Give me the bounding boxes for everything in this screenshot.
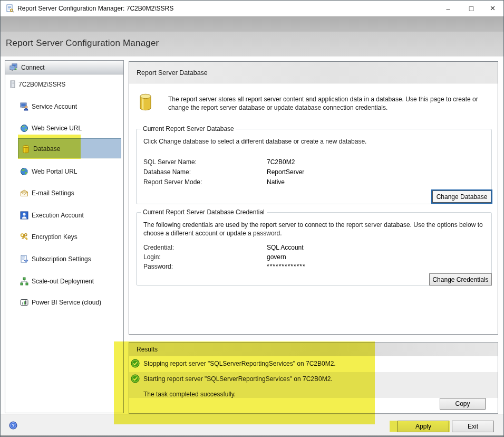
sidebar-header-connect: Connect [5, 60, 124, 74]
sidebar-server-node[interactable]: 7C2B0M2\SSRS [9, 80, 65, 89]
result-text: Starting report server "SQLServerReporti… [143, 375, 333, 383]
header-band [1, 16, 503, 32]
sidebar-item-label: Web Service URL [32, 125, 82, 132]
result-item-stopping: Stopping report server "SQLServerReporti… [131, 359, 336, 368]
results-title: Results [137, 346, 158, 353]
sidebar-item-label: Database [33, 145, 60, 153]
server-icon [9, 80, 16, 89]
sidebar-item-execution-account[interactable]: Execution Account [20, 211, 84, 220]
connect-icon [9, 63, 18, 72]
field-value-report-server-mode: Native [267, 178, 285, 186]
report-server-config-manager-window: Report Server Configuration Manager: 7C2… [0, 0, 504, 437]
apply-button[interactable]: Apply [398, 421, 449, 432]
sidebar-item-database[interactable]: Database [22, 144, 60, 154]
page-title: Report Server Configuration Manager [6, 38, 159, 49]
window-title: Report Server Configuration Manager: 7C2… [17, 1, 173, 16]
sidebar-header-label: Connect [21, 64, 45, 71]
title-bar: Report Server Configuration Manager: 7C2… [1, 1, 503, 16]
exit-button[interactable]: Exit [452, 421, 494, 432]
success-check-icon [131, 374, 140, 383]
change-credentials-button[interactable]: Change Credentials [429, 273, 492, 286]
execution-account-icon [20, 211, 28, 220]
field-label: Login: [143, 253, 161, 261]
sidebar-item-label: Encryption Keys [32, 233, 77, 241]
field-value-credential: SQL Account [267, 244, 304, 251]
svg-text:?: ? [12, 423, 15, 428]
sidebar-item-service-account[interactable]: Service Account [20, 102, 77, 111]
field-label: Password: [143, 263, 173, 270]
email-settings-icon [20, 189, 28, 197]
change-database-button[interactable]: Change Database [432, 191, 491, 203]
current-database-group-title: Current Report Server Database [141, 125, 236, 132]
sidebar-item-email-settings[interactable]: E-mail Settings [20, 188, 74, 198]
web-portal-url-icon [20, 167, 28, 176]
field-label: Report Server Mode: [143, 178, 202, 186]
scale-out-deployment-icon [20, 277, 28, 286]
web-service-url-icon [20, 124, 28, 132]
field-value-sql-server-name: 7C2B0M2 [267, 158, 295, 166]
sidebar-item-label: Scale-out Deployment [32, 278, 94, 285]
sidebar-item-label: Web Portal URL [32, 168, 77, 175]
maximize-button[interactable]: □ [460, 1, 483, 16]
result-item-starting: Starting report server "SQLServerReporti… [131, 374, 333, 383]
minimize-button[interactable]: – [437, 1, 460, 16]
subscription-settings-icon [20, 255, 28, 263]
section-title: Report Server Database [137, 69, 208, 77]
encryption-keys-icon [20, 233, 28, 241]
sidebar-item-power-bi-service[interactable]: Power BI Service (cloud) [20, 298, 101, 307]
service-account-icon [20, 102, 28, 111]
sidebar-item-label: Service Account [32, 103, 77, 110]
field-value-database-name: ReportServer [267, 168, 304, 176]
sidebar-item-label: Subscription Settings [32, 255, 91, 263]
sidebar-item-label: Execution Account [32, 212, 84, 219]
result-text: Stopping report server "SQLServerReporti… [143, 360, 336, 367]
power-bi-icon [20, 298, 28, 307]
success-check-icon [131, 359, 140, 368]
field-label: Database Name: [143, 168, 191, 176]
sidebar-server-label: 7C2B0M2\SSRS [18, 81, 65, 88]
window-bottom-edge [1, 435, 503, 437]
help-icon[interactable]: ? [9, 421, 17, 430]
field-value-login: govern [267, 253, 286, 261]
sidebar-item-scale-out-deployment[interactable]: Scale-out Deployment [20, 277, 94, 286]
field-value-password: ************* [267, 263, 306, 270]
copy-button[interactable]: Copy [440, 398, 486, 410]
field-label: Credential: [143, 244, 174, 251]
sidebar-item-encryption-keys[interactable]: Encryption Keys [20, 232, 77, 242]
section-header: Report Server Database [129, 62, 498, 84]
close-button[interactable]: × [482, 1, 503, 16]
credential-description: The following credentials are used by th… [143, 221, 489, 238]
database-icon [22, 145, 30, 154]
results-header: Results [129, 343, 498, 356]
sidebar-item-web-service-url[interactable]: Web Service URL [20, 124, 82, 133]
sidebar-item-subscription-settings[interactable]: Subscription Settings [20, 254, 91, 264]
result-final-status: The task completed successfully. [143, 391, 236, 398]
current-database-description: Click Change database to select a differ… [143, 138, 486, 146]
database-large-icon [138, 93, 153, 112]
sidebar-item-label: Power BI Service (cloud) [32, 299, 101, 306]
sidebar-item-label: E-mail Settings [32, 189, 74, 197]
field-label: SQL Server Name: [143, 158, 197, 166]
credential-group-title: Current Report Server Database Credentia… [141, 208, 267, 216]
sidebar-item-web-portal-url[interactable]: Web Portal URL [20, 167, 77, 176]
page-description: The report server stores all report serv… [168, 96, 492, 112]
app-icon [6, 4, 14, 13]
